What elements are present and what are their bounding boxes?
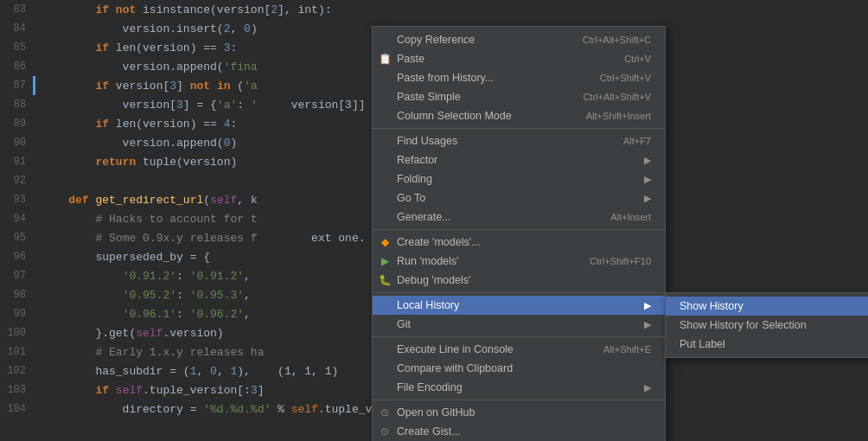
menu-item-git[interactable]: Git ▶	[373, 315, 665, 334]
menu-item-find-usages[interactable]: Find Usages Alt+F7	[373, 131, 665, 150]
submenu-arrow-icon: ▶	[644, 174, 651, 185]
menu-item-generate[interactable]: Generate... Alt+Insert	[373, 208, 665, 227]
menu-item-label: Paste	[397, 53, 424, 65]
menu-item-create-gist[interactable]: ⊙ Create Gist...	[373, 422, 665, 441]
menu-item-label: File Encoding	[397, 381, 463, 393]
submenu-item-label: Put Label	[680, 338, 725, 350]
menu-item-label: Refactor	[397, 154, 437, 166]
menu-item-label: Create 'models'...	[397, 236, 480, 248]
menu-item-label: Column Selection Mode	[397, 110, 512, 122]
submenu-item-label: Show History for Selection	[680, 319, 807, 331]
debug-icon: 🐛	[378, 273, 392, 287]
menu-item-execute-line[interactable]: Execute Line in Console Alt+Shift+E	[373, 340, 665, 359]
submenu-arrow-icon: ▶	[644, 300, 651, 311]
menu-item-debug-models[interactable]: 🐛 Debug 'models'	[373, 271, 665, 290]
menu-item-label: Debug 'models'	[397, 274, 470, 286]
submenu-arrow-icon: ▶	[644, 382, 651, 393]
code-editor: 83 if not isinstance(version[2], int): 8…	[0, 0, 868, 441]
menu-item-compare-clipboard[interactable]: Compare with Clipboard	[373, 359, 665, 378]
submenu-item-show-history-selection[interactable]: Show History for Selection	[666, 316, 868, 335]
menu-item-file-encoding[interactable]: File Encoding ▶	[373, 378, 665, 397]
menu-item-shortcut: Ctrl+V	[624, 54, 651, 64]
menu-item-column-selection[interactable]: Column Selection Mode Alt+Shift+Insert	[373, 106, 665, 125]
menu-item-label: Run 'models'	[397, 255, 458, 267]
separator-2	[373, 229, 665, 230]
menu-item-open-github[interactable]: ⊙ Open on GitHub	[373, 403, 665, 422]
menu-item-label: Go To	[397, 192, 425, 204]
menu-item-paste-simple[interactable]: Paste Simple Ctrl+Alt+Shift+V	[373, 87, 665, 106]
menu-item-local-history[interactable]: Local History ▶ Show History Show Histor…	[373, 296, 665, 315]
submenu-arrow-icon: ▶	[644, 193, 651, 204]
menu-item-shortcut: Ctrl+Shift+V	[600, 73, 651, 83]
menu-item-shortcut: Ctrl+Alt+Shift+C	[583, 35, 651, 45]
menu-item-refactor[interactable]: Refactor ▶	[373, 150, 665, 169]
menu-item-label: Paste from History...	[397, 72, 494, 84]
menu-item-shortcut: Alt+F7	[623, 136, 651, 146]
code-line-83: 83 if not isinstance(version[2], int):	[0, 0, 868, 19]
menu-item-label: Folding	[397, 173, 432, 185]
menu-item-goto[interactable]: Go To ▶	[373, 189, 665, 208]
submenu-arrow-icon: ▶	[644, 155, 651, 166]
menu-item-label: Find Usages	[397, 135, 457, 147]
menu-item-label: Local History	[397, 299, 459, 311]
menu-item-label: Copy Reference	[397, 34, 475, 46]
separator-5	[373, 399, 665, 400]
run-icon: ▶	[378, 254, 392, 268]
menu-item-folding[interactable]: Folding ▶	[373, 169, 665, 189]
menu-item-run-models[interactable]: ▶ Run 'models' Ctrl+Shift+F10	[373, 252, 665, 271]
menu-item-label: Compare with Clipboard	[397, 362, 513, 374]
submenu-item-put-label[interactable]: Put Label	[666, 335, 868, 354]
menu-item-label: Paste Simple	[397, 91, 461, 103]
github-icon: ⊙	[378, 406, 392, 419]
menu-item-shortcut: Ctrl+Alt+Shift+V	[583, 92, 651, 102]
menu-item-label: Git	[397, 318, 411, 330]
context-menu: Copy Reference Ctrl+Alt+Shift+C 📋 Paste …	[372, 26, 666, 441]
menu-item-copy-reference[interactable]: Copy Reference Ctrl+Alt+Shift+C	[373, 30, 665, 49]
gist-icon: ⊙	[378, 425, 392, 438]
menu-item-label: Generate...	[397, 211, 451, 223]
separator-4	[373, 336, 665, 337]
create-icon: ◆	[378, 235, 392, 249]
menu-item-shortcut: Ctrl+Shift+F10	[590, 256, 651, 266]
paste-icon: 📋	[378, 52, 392, 66]
submenu-arrow-icon: ▶	[644, 319, 651, 330]
menu-item-paste[interactable]: 📋 Paste Ctrl+V	[373, 49, 665, 68]
submenu-item-label: Show History	[680, 300, 744, 312]
menu-item-label: Execute Line in Console	[397, 343, 514, 355]
separator-1	[373, 128, 665, 129]
menu-item-create-models[interactable]: ◆ Create 'models'...	[373, 233, 665, 252]
menu-item-label: Create Gist...	[397, 425, 461, 438]
menu-item-label: Open on GitHub	[397, 406, 475, 419]
separator-3	[373, 292, 665, 293]
menu-item-shortcut: Alt+Insert	[610, 212, 651, 222]
menu-item-shortcut: Alt+Shift+Insert	[586, 111, 651, 121]
menu-item-shortcut: Alt+Shift+E	[603, 344, 651, 355]
submenu-item-show-history[interactable]: Show History	[666, 297, 868, 316]
local-history-submenu: Show History Show History for Selection …	[665, 292, 868, 358]
menu-item-paste-history[interactable]: Paste from History... Ctrl+Shift+V	[373, 68, 665, 87]
